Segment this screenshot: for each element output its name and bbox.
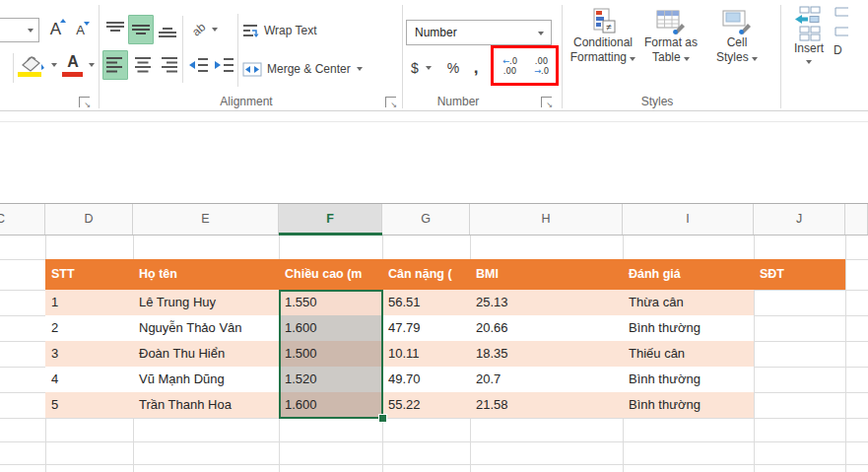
orientation-button[interactable]: ab [187,16,223,43]
cell-D1[interactable]: 1 [45,290,133,315]
increase-indent-button[interactable] [211,51,235,79]
decrease-font-size-button[interactable]: A [69,17,92,43]
decrease-font-caret-icon [84,22,90,26]
align-left-button[interactable] [102,50,128,80]
column-header-H[interactable]: H [470,204,623,235]
cell-D4[interactable]: 4 [45,367,133,392]
column-header-F[interactable]: F [279,204,382,235]
font-dialog-launcher[interactable]: ↘ [79,97,90,107]
table-header-cell[interactable]: Chiều cao (m [279,259,382,290]
column-header-partial[interactable] [845,204,868,235]
font-color-button[interactable]: A [59,49,87,83]
align-middle-button-selected[interactable] [128,15,154,44]
column-header-D[interactable]: D [45,204,133,235]
cell-J1[interactable] [754,290,845,315]
cell-I4[interactable]: Bình thường [623,367,754,392]
align-center-button[interactable] [130,51,155,79]
cell-H4[interactable]: 20.7 [470,367,623,392]
column-header-C[interactable]: C [0,204,45,235]
cell-H2[interactable]: 20.66 [470,315,623,341]
red-highlight-annotation [491,45,559,86]
number-dialog-launcher[interactable]: ↘ [541,97,552,107]
orientation-icon: ab [189,20,208,38]
cell-I3[interactable]: Thiếu cân [623,341,754,367]
cell-D5[interactable]: 5 [45,392,133,418]
alignment-dialog-launcher[interactable]: ↘ [385,97,396,107]
align-top-button[interactable] [102,16,127,43]
cell-E4[interactable]: Vũ Mạnh Dũng [133,367,279,392]
cell-I5[interactable]: Bình thường [623,392,754,418]
percent-style-button[interactable]: % [442,53,464,83]
conditional-formatting-button[interactable]: ≠ Conditional Formatting [566,2,640,91]
table-header-cell[interactable]: Họ tên [133,259,279,290]
cell-E2[interactable]: Nguyễn Thảo Vân [133,315,279,341]
wrap-text-icon [242,23,259,39]
cell-styles-button[interactable]: Cell Styles [705,2,768,91]
sheet-area-divider [0,121,868,122]
excel-window: A A A ↘ [0,0,868,472]
cell-F3[interactable]: 1.500 [279,341,382,367]
font-color-swatch [62,72,83,77]
number-format-value: Number [415,26,457,39]
table-header-cell[interactable]: SĐT [754,259,845,290]
cell-I2[interactable]: Bình thường [623,315,754,341]
cell-F4[interactable]: 1.520 [279,367,382,392]
fill-color-button[interactable] [16,49,49,83]
cell-H3[interactable]: 18.35 [470,341,623,367]
column-header-I[interactable]: I [623,204,754,235]
font-size-combobox[interactable] [0,18,39,42]
font-color-dropdown[interactable] [89,63,95,67]
align-bottom-button[interactable] [155,16,179,43]
cell-J2[interactable] [754,315,845,341]
format-as-table-button[interactable]: Format as Table [642,2,700,91]
cell-F5[interactable]: 1.600 [279,392,382,418]
merge-center-button[interactable]: Merge & Center [242,55,396,83]
cell-E5[interactable]: Trần Thanh Hoa [133,392,279,418]
wrap-text-button[interactable]: Wrap Text [242,18,341,43]
cell-E1[interactable]: Lê Trung Huy [133,290,279,315]
cell-F2[interactable]: 1.600 [279,315,382,341]
cell-J5[interactable] [754,392,845,418]
table-header-cell[interactable]: Cân nặng ( [382,259,470,290]
cell-E3[interactable]: Đoàn Thu Hiển [133,341,279,367]
font-color-icon: A [67,53,79,71]
cell-G2[interactable]: 47.79 [382,315,470,341]
cell-G3[interactable]: 10.11 [382,341,470,367]
decrease-indent-icon [186,55,210,75]
cell-D2[interactable]: 2 [45,315,133,341]
align-right-button[interactable] [156,51,180,79]
align-top-icon [104,20,126,39]
table-header-cell[interactable]: Đánh giá [623,259,754,290]
cell-H1[interactable]: 25.13 [470,290,623,315]
cell-G4[interactable]: 49.70 [382,367,470,392]
decrease-indent-button[interactable] [185,51,210,79]
cell-G5[interactable]: 55.22 [382,392,470,418]
chevron-down-icon [212,28,218,32]
column-header-J[interactable]: J [754,204,845,235]
insert-cells-button[interactable]: Insert [788,2,830,91]
fill-handle[interactable] [378,414,387,423]
table-row: 3Đoàn Thu Hiển1.50010.1118.35Thiếu cân [45,341,845,367]
delete-cells-button-partial[interactable]: D [830,2,868,91]
increase-font-size-button[interactable]: A [43,15,68,43]
cell-D3[interactable]: 3 [45,341,133,367]
accounting-format-button[interactable]: $ [406,53,439,83]
conditional-formatting-label-2: Formatting [570,50,627,64]
chevron-down-icon [684,57,690,61]
cell-J3[interactable] [754,341,845,367]
cell-G1[interactable]: 56.51 [382,290,470,315]
cell-H5[interactable]: 21.58 [470,392,623,418]
table-header-cell[interactable]: BMI [470,259,623,290]
column-header-G[interactable]: G [382,204,470,235]
table-header-cell[interactable]: STT [45,259,133,290]
delete-label-partial: D [834,43,842,58]
cell-I1[interactable]: Thừa cân [623,290,754,315]
gridline-horizontal [0,418,868,419]
cell-J4[interactable] [754,367,845,392]
comma-style-button[interactable]: , [467,53,485,83]
divider [13,53,14,83]
number-format-combobox[interactable]: Number [406,20,552,45]
cell-F1[interactable]: 1.550 [279,290,382,315]
column-header-E[interactable]: E [133,204,279,235]
fill-color-dropdown[interactable] [51,63,57,67]
